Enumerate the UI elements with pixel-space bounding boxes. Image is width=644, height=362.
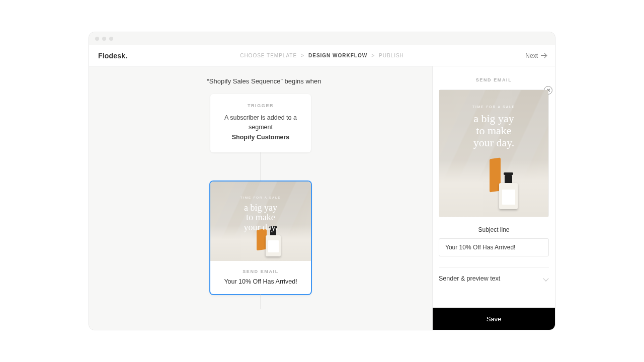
wizard-separator: > bbox=[371, 53, 375, 58]
product-bottle-icon bbox=[266, 235, 281, 256]
trigger-label: TRIGGER bbox=[219, 103, 302, 108]
email-step-card[interactable]: TIME FOR A SALE a big yay to make your d… bbox=[210, 182, 311, 294]
hero-headline: a big yay to make your day. bbox=[439, 113, 548, 148]
email-card-label: SEND EMAIL bbox=[216, 269, 305, 274]
panel-step-label: SEND EMAIL bbox=[439, 77, 549, 82]
app-header: Flodesk. CHOOSE TEMPLATE > DESIGN WORKFL… bbox=[89, 45, 555, 66]
connector-line bbox=[261, 294, 261, 309]
subject-line-input[interactable] bbox=[439, 238, 549, 256]
workflow-title: “Shopify Sales Sequence” begins when bbox=[106, 77, 422, 85]
wizard-steps: CHOOSE TEMPLATE > DESIGN WORKFLOW > PUBL… bbox=[240, 53, 404, 58]
email-preview[interactable]: ✕ TIME FOR A SALE a big yay to make your… bbox=[439, 89, 549, 217]
trigger-segment-name: Shopify Customers bbox=[232, 134, 290, 141]
browser-window: Flodesk. CHOOSE TEMPLATE > DESIGN WORKFL… bbox=[89, 32, 555, 330]
hero-accent bbox=[490, 158, 501, 193]
trigger-card[interactable]: TRIGGER A subscriber is added to a segme… bbox=[210, 94, 311, 152]
app-body: “Shopify Sales Sequence” begins when TRI… bbox=[89, 66, 555, 330]
email-card-body: SEND EMAIL Your 10% Off Has Arrived! bbox=[210, 261, 311, 294]
save-label: Save bbox=[487, 315, 502, 323]
email-preview-image: TIME FOR A SALE a big yay to make your d… bbox=[439, 90, 548, 217]
browser-chrome bbox=[89, 32, 555, 45]
brand-logo[interactable]: Flodesk. bbox=[98, 52, 127, 60]
trigger-text: A subscriber is added to a segment Shopi… bbox=[219, 113, 302, 142]
subject-line-label: Subject line bbox=[439, 226, 549, 233]
panel-content: SEND EMAIL ✕ TIME FOR A SALE a big yay bbox=[433, 66, 555, 308]
wizard-step-design-workflow[interactable]: DESIGN WORKFLOW bbox=[308, 53, 367, 58]
chrome-dot bbox=[109, 37, 113, 41]
hero-eyebrow: TIME FOR A SALE bbox=[210, 196, 311, 199]
chrome-dot bbox=[102, 37, 106, 41]
email-thumbnail: TIME FOR A SALE a big yay to make your d… bbox=[210, 182, 311, 261]
next-button[interactable]: Next bbox=[525, 52, 546, 59]
trigger-description: A subscriber is added to a segment bbox=[224, 114, 297, 131]
workflow-canvas[interactable]: “Shopify Sales Sequence” begins when TRI… bbox=[89, 66, 432, 330]
email-card-subject: Your 10% Off Has Arrived! bbox=[216, 278, 305, 285]
chevron-down-icon bbox=[543, 276, 548, 281]
sender-preview-section[interactable]: Sender & preview text bbox=[439, 267, 549, 289]
hero-headline: a big yay to make your day. bbox=[210, 203, 311, 232]
connector-line bbox=[261, 152, 261, 182]
side-panel: SEND EMAIL ✕ TIME FOR A SALE a big yay bbox=[432, 66, 555, 330]
wizard-step-choose-template[interactable]: CHOOSE TEMPLATE bbox=[240, 53, 297, 58]
sender-preview-label: Sender & preview text bbox=[439, 275, 500, 282]
product-bottle-icon bbox=[499, 183, 518, 209]
wizard-separator: > bbox=[301, 53, 304, 58]
chrome-dot bbox=[95, 37, 99, 41]
arrow-right-icon bbox=[541, 55, 546, 56]
hero-eyebrow: TIME FOR A SALE bbox=[439, 105, 548, 109]
save-button[interactable]: Save bbox=[433, 308, 555, 330]
wizard-step-publish[interactable]: PUBLISH bbox=[379, 53, 404, 58]
next-label: Next bbox=[525, 52, 538, 59]
